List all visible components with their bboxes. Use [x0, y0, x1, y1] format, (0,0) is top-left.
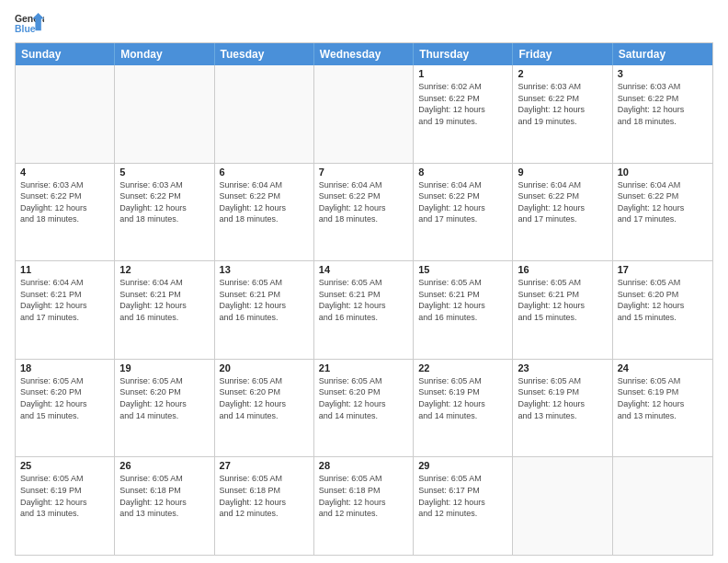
- calendar-cell: 3Sunrise: 6:03 AM Sunset: 6:22 PM Daylig…: [613, 65, 712, 163]
- day-info: Sunrise: 6:05 AM Sunset: 6:21 PM Dayligh…: [319, 277, 408, 323]
- calendar-cell: 14Sunrise: 6:05 AM Sunset: 6:21 PM Dayli…: [314, 261, 414, 359]
- calendar-cell: [613, 457, 712, 555]
- day-number: 14: [319, 264, 408, 275]
- calendar-cell: 5Sunrise: 6:03 AM Sunset: 6:22 PM Daylig…: [115, 164, 214, 261]
- calendar-cell: 27Sunrise: 6:05 AM Sunset: 6:18 PM Dayli…: [215, 457, 314, 555]
- day-number: 25: [20, 460, 109, 471]
- calendar-cell: 15Sunrise: 6:05 AM Sunset: 6:21 PM Dayli…: [414, 261, 513, 359]
- calendar-cell: 17Sunrise: 6:05 AM Sunset: 6:20 PM Dayli…: [613, 261, 712, 359]
- calendar-cell: 25Sunrise: 6:05 AM Sunset: 6:19 PM Dayli…: [16, 457, 115, 555]
- day-number: 26: [119, 460, 209, 471]
- day-number: 3: [618, 68, 708, 79]
- day-info: Sunrise: 6:04 AM Sunset: 6:22 PM Dayligh…: [220, 179, 309, 225]
- header: General Blue: [15, 11, 713, 37]
- calendar-cell: 10Sunrise: 6:04 AM Sunset: 6:22 PM Dayli…: [613, 164, 712, 261]
- calendar-row: 1Sunrise: 6:02 AM Sunset: 6:22 PM Daylig…: [16, 65, 712, 163]
- calendar-cell: 22Sunrise: 6:05 AM Sunset: 6:19 PM Dayli…: [414, 360, 513, 457]
- day-info: Sunrise: 6:03 AM Sunset: 6:22 PM Dayligh…: [119, 179, 209, 225]
- day-info: Sunrise: 6:05 AM Sunset: 6:19 PM Dayligh…: [618, 375, 708, 421]
- calendar-cell: 13Sunrise: 6:05 AM Sunset: 6:21 PM Dayli…: [215, 261, 314, 359]
- day-info: Sunrise: 6:05 AM Sunset: 6:17 PM Dayligh…: [418, 473, 507, 519]
- day-info: Sunrise: 6:05 AM Sunset: 6:18 PM Dayligh…: [220, 473, 309, 519]
- day-number: 7: [319, 167, 408, 178]
- calendar-cell: 26Sunrise: 6:05 AM Sunset: 6:18 PM Dayli…: [115, 457, 214, 555]
- day-info: Sunrise: 6:05 AM Sunset: 6:19 PM Dayligh…: [20, 473, 109, 519]
- calendar-row: 18Sunrise: 6:05 AM Sunset: 6:20 PM Dayli…: [16, 359, 712, 457]
- page: General Blue SundayMondayTuesdayWednesda…: [0, 0, 728, 563]
- day-number: 17: [618, 264, 708, 275]
- day-info: Sunrise: 6:05 AM Sunset: 6:19 PM Dayligh…: [418, 375, 507, 421]
- calendar-cell: 7Sunrise: 6:04 AM Sunset: 6:22 PM Daylig…: [314, 164, 414, 261]
- day-info: Sunrise: 6:04 AM Sunset: 6:21 PM Dayligh…: [20, 277, 109, 323]
- day-number: 19: [119, 362, 209, 373]
- calendar-header-cell: Sunday: [16, 43, 115, 65]
- day-number: 28: [319, 460, 408, 471]
- calendar-cell: 16Sunrise: 6:05 AM Sunset: 6:21 PM Dayli…: [513, 261, 612, 359]
- day-info: Sunrise: 6:05 AM Sunset: 6:19 PM Dayligh…: [518, 375, 607, 421]
- calendar-cell: [513, 457, 612, 555]
- svg-text:Blue: Blue: [15, 24, 36, 34]
- day-number: 20: [220, 362, 309, 373]
- day-info: Sunrise: 6:05 AM Sunset: 6:20 PM Dayligh…: [319, 375, 408, 421]
- day-number: 29: [418, 460, 507, 471]
- calendar-header-cell: Monday: [115, 43, 214, 65]
- day-number: 9: [518, 167, 607, 178]
- day-info: Sunrise: 6:05 AM Sunset: 6:21 PM Dayligh…: [418, 277, 507, 323]
- calendar-cell: 6Sunrise: 6:04 AM Sunset: 6:22 PM Daylig…: [215, 164, 314, 261]
- day-number: 22: [418, 362, 507, 373]
- calendar-cell: 24Sunrise: 6:05 AM Sunset: 6:19 PM Dayli…: [613, 360, 712, 457]
- calendar-cell: 29Sunrise: 6:05 AM Sunset: 6:17 PM Dayli…: [414, 457, 513, 555]
- day-number: 10: [618, 167, 708, 178]
- day-number: 21: [319, 362, 408, 373]
- day-info: Sunrise: 6:05 AM Sunset: 6:20 PM Dayligh…: [119, 375, 209, 421]
- day-info: Sunrise: 6:03 AM Sunset: 6:22 PM Dayligh…: [20, 179, 109, 225]
- day-number: 4: [20, 167, 109, 178]
- calendar-cell: 12Sunrise: 6:04 AM Sunset: 6:21 PM Dayli…: [115, 261, 214, 359]
- calendar-header-cell: Tuesday: [215, 43, 314, 65]
- day-info: Sunrise: 6:05 AM Sunset: 6:20 PM Dayligh…: [618, 277, 708, 323]
- calendar-cell: 18Sunrise: 6:05 AM Sunset: 6:20 PM Dayli…: [16, 360, 115, 457]
- day-number: 2: [518, 68, 607, 79]
- day-number: 5: [119, 167, 209, 178]
- day-number: 11: [20, 264, 109, 275]
- calendar-header: SundayMondayTuesdayWednesdayThursdayFrid…: [16, 43, 712, 65]
- calendar-row: 25Sunrise: 6:05 AM Sunset: 6:19 PM Dayli…: [16, 456, 712, 555]
- calendar-row: 4Sunrise: 6:03 AM Sunset: 6:22 PM Daylig…: [16, 163, 712, 261]
- day-info: Sunrise: 6:05 AM Sunset: 6:18 PM Dayligh…: [119, 473, 209, 519]
- day-info: Sunrise: 6:05 AM Sunset: 6:21 PM Dayligh…: [220, 277, 309, 323]
- day-number: 8: [418, 167, 507, 178]
- calendar-cell: 20Sunrise: 6:05 AM Sunset: 6:20 PM Dayli…: [215, 360, 314, 457]
- calendar-cell: [215, 65, 314, 163]
- day-info: Sunrise: 6:04 AM Sunset: 6:22 PM Dayligh…: [319, 179, 408, 225]
- day-number: 6: [220, 167, 309, 178]
- day-info: Sunrise: 6:05 AM Sunset: 6:18 PM Dayligh…: [319, 473, 408, 519]
- day-info: Sunrise: 6:03 AM Sunset: 6:22 PM Dayligh…: [518, 81, 607, 127]
- calendar-cell: 23Sunrise: 6:05 AM Sunset: 6:19 PM Dayli…: [513, 360, 612, 457]
- calendar-cell: 21Sunrise: 6:05 AM Sunset: 6:20 PM Dayli…: [314, 360, 414, 457]
- calendar-row: 11Sunrise: 6:04 AM Sunset: 6:21 PM Dayli…: [16, 260, 712, 359]
- calendar-cell: 19Sunrise: 6:05 AM Sunset: 6:20 PM Dayli…: [115, 360, 214, 457]
- calendar: SundayMondayTuesdayWednesdayThursdayFrid…: [15, 42, 713, 556]
- day-info: Sunrise: 6:05 AM Sunset: 6:20 PM Dayligh…: [20, 375, 109, 421]
- day-number: 1: [418, 68, 507, 79]
- logo-icon: General Blue: [15, 11, 44, 37]
- calendar-header-cell: Friday: [513, 43, 612, 65]
- calendar-cell: [16, 65, 115, 163]
- day-info: Sunrise: 6:04 AM Sunset: 6:22 PM Dayligh…: [418, 179, 507, 225]
- calendar-header-cell: Thursday: [414, 43, 513, 65]
- calendar-cell: 28Sunrise: 6:05 AM Sunset: 6:18 PM Dayli…: [314, 457, 414, 555]
- calendar-cell: [314, 65, 414, 163]
- day-number: 16: [518, 264, 607, 275]
- day-info: Sunrise: 6:05 AM Sunset: 6:21 PM Dayligh…: [518, 277, 607, 323]
- calendar-cell: 2Sunrise: 6:03 AM Sunset: 6:22 PM Daylig…: [513, 65, 612, 163]
- day-number: 15: [418, 264, 507, 275]
- calendar-cell: 4Sunrise: 6:03 AM Sunset: 6:22 PM Daylig…: [16, 164, 115, 261]
- calendar-body: 1Sunrise: 6:02 AM Sunset: 6:22 PM Daylig…: [16, 65, 712, 555]
- day-number: 24: [618, 362, 708, 373]
- day-number: 23: [518, 362, 607, 373]
- calendar-cell: [115, 65, 214, 163]
- day-number: 27: [220, 460, 309, 471]
- calendar-cell: 9Sunrise: 6:04 AM Sunset: 6:22 PM Daylig…: [513, 164, 612, 261]
- day-info: Sunrise: 6:02 AM Sunset: 6:22 PM Dayligh…: [418, 81, 507, 127]
- day-info: Sunrise: 6:03 AM Sunset: 6:22 PM Dayligh…: [618, 81, 708, 127]
